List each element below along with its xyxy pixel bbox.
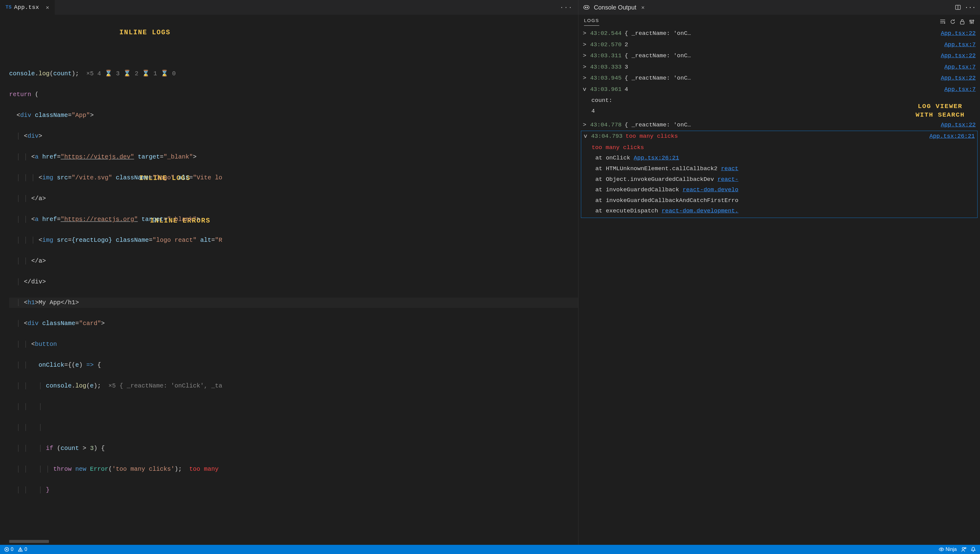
log-source-link[interactable]: App.tsx:7 — [944, 40, 976, 50]
code-editor[interactable]: INLINE LOGS INLINE LOGS INLINE ERRORS co… — [0, 15, 578, 545]
chevron-right-icon[interactable]: > — [583, 28, 587, 39]
feedback-icon[interactable] — [961, 547, 967, 552]
horizontal-scrollbar[interactable] — [9, 540, 49, 543]
log-row[interactable]: v 43:03.961 4 App.tsx:7 — [580, 84, 978, 96]
log-error-block[interactable]: v 43:04.793 too many clicks App.tsx:26:2… — [581, 131, 978, 218]
svg-rect-10 — [961, 21, 964, 24]
tab-app-tsx[interactable]: TS App.tsx ✕ — [0, 0, 55, 15]
stack-frame: at invokeGuardedCallbackAndCatchFirstErr… — [583, 195, 975, 206]
svg-point-1 — [585, 7, 586, 8]
stack-link[interactable]: react — [721, 165, 738, 172]
stack-link[interactable]: react-dom.develo — [682, 186, 738, 193]
split-editor-icon[interactable] — [955, 4, 961, 11]
stack-frame: at onClick App.tsx:26:21 — [583, 153, 975, 164]
svg-point-15 — [971, 22, 972, 23]
log-list[interactable]: LOG VIEWERWITH SEARCH > 43:02.544 { _rea… — [578, 26, 980, 545]
status-warnings[interactable]: 0 — [18, 547, 27, 552]
chevron-down-icon[interactable]: v — [583, 84, 587, 95]
svg-point-16 — [973, 20, 974, 21]
stack-frame: at executeDispatch react-dom.development… — [583, 206, 975, 217]
lock-icon[interactable] — [960, 19, 965, 25]
status-ninja[interactable]: Ninja — [939, 547, 957, 552]
log-source-link[interactable]: App.tsx:7 — [944, 84, 976, 95]
refresh-icon[interactable] — [950, 19, 956, 25]
log-row[interactable]: > 43:03.311 { _reactName: 'onC… App.tsx:… — [580, 51, 978, 62]
log-row[interactable]: > 43:03.333 3 App.tsx:7 — [580, 62, 978, 73]
panel-tabs: LOGS — [578, 15, 980, 26]
status-bar: 0 0 Ninja — [0, 545, 980, 554]
error-count: 0 — [11, 547, 13, 552]
svg-point-22 — [940, 549, 942, 550]
svg-point-14 — [970, 20, 971, 21]
console-ninja-icon — [583, 4, 590, 11]
chevron-down-icon[interactable]: v — [584, 131, 588, 142]
chevron-right-icon[interactable]: > — [583, 62, 587, 73]
inline-log-hint: ×5 { _reactName: 'onClick', _ta — [108, 382, 222, 389]
stack-frame: at invokeGuardedCallback react-dom.devel… — [583, 185, 975, 195]
stack-frame: at HTMLUnknownElement.callCallback2 reac… — [583, 164, 975, 174]
chevron-right-icon[interactable]: > — [583, 73, 587, 84]
stack-link[interactable]: App.tsx:26:21 — [634, 154, 679, 161]
log-error-message: too many clicks — [625, 131, 926, 142]
svg-rect-0 — [584, 5, 589, 9]
log-source-link[interactable]: App.tsx:7 — [944, 62, 976, 73]
log-source-link[interactable]: App.tsx:22 — [941, 51, 976, 61]
ts-file-icon: TS — [5, 5, 12, 10]
bell-icon[interactable] — [971, 547, 976, 552]
settings-sliders-icon[interactable] — [969, 19, 975, 25]
panel-header: Console Output ✕ ··· — [578, 0, 980, 15]
log-row[interactable]: > 43:02.570 2 App.tsx:7 — [580, 40, 978, 51]
inline-log-hint: ×5 4 ⌛ 3 ⌛ 2 ⌛ 1 ⌛ 0 — [86, 70, 176, 77]
log-source-link[interactable]: App.tsx:22 — [941, 28, 976, 39]
stack-link[interactable]: react- — [718, 176, 738, 183]
editor-pane: TS App.tsx ✕ ··· INLINE LOGS INLINE LOGS… — [0, 0, 578, 545]
svg-point-2 — [587, 7, 588, 8]
close-icon[interactable]: ✕ — [46, 4, 49, 11]
more-icon[interactable]: ··· — [965, 4, 976, 11]
console-output-panel: Console Output ✕ ··· LOGS LOG — [578, 0, 980, 545]
log-source-link[interactable]: App.tsx:26:21 — [929, 131, 975, 142]
tab-filename: App.tsx — [14, 4, 39, 11]
log-row[interactable]: > 43:04.778 { _reactName: 'onC… App.tsx:… — [580, 120, 978, 131]
more-icon[interactable]: ··· — [560, 4, 573, 11]
log-row[interactable]: > 43:02.544 { _reactName: 'onC… App.tsx:… — [580, 28, 978, 40]
error-detail: too many clicks — [583, 142, 975, 153]
panel-title: Console Output — [594, 4, 636, 11]
inline-error-hint: too many — [189, 466, 218, 473]
log-row[interactable]: > 43:03.945 { _reactName: 'onC… App.tsx:… — [580, 73, 978, 84]
annotation-log-viewer: LOG VIEWERWITH SEARCH — [915, 102, 965, 120]
stack-frame: at Object.invokeGuardedCallbackDev react… — [583, 174, 975, 185]
svg-point-23 — [962, 548, 964, 549]
log-source-link[interactable]: App.tsx:22 — [941, 120, 976, 131]
annotation-inline-logs-1: INLINE LOGS — [119, 27, 170, 38]
status-errors[interactable]: 0 — [4, 547, 13, 552]
chevron-right-icon[interactable]: > — [583, 40, 587, 50]
tab-logs[interactable]: LOGS — [584, 18, 599, 26]
close-icon[interactable]: ✕ — [641, 4, 644, 11]
log-message: { _reactName: 'onC… — [625, 28, 938, 39]
chevron-right-icon[interactable]: > — [583, 120, 587, 131]
warning-count: 0 — [24, 547, 27, 552]
chevron-right-icon[interactable]: > — [583, 51, 587, 61]
log-source-link[interactable]: App.tsx:22 — [941, 73, 976, 84]
editor-tab-bar: TS App.tsx ✕ ··· — [0, 0, 578, 15]
stack-link[interactable]: react-dom.development. — [662, 207, 738, 214]
log-timestamp: 43:02.544 — [590, 28, 622, 39]
filter-icon[interactable] — [940, 19, 946, 25]
svg-point-21 — [20, 550, 21, 551]
